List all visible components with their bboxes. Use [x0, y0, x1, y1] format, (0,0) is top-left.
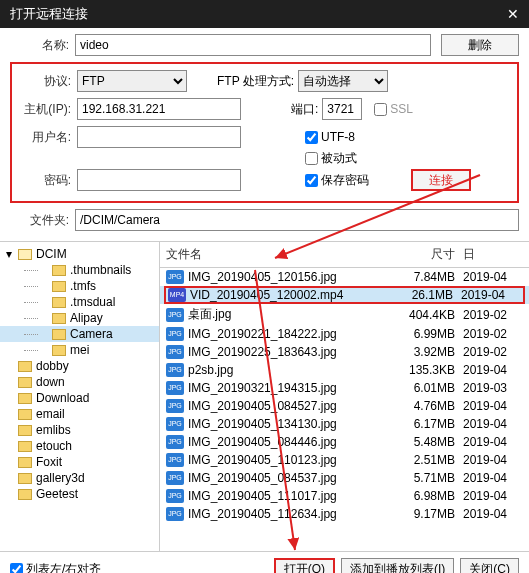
file-row[interactable]: MP4VID_20190405_120002.mp426.1MB2019-04	[160, 286, 529, 304]
tree-item[interactable]: dobby	[0, 358, 159, 374]
file-name: IMG_20190405_110123.jpg	[188, 453, 337, 467]
jpg-icon: JPG	[166, 489, 184, 503]
name-input[interactable]	[75, 34, 431, 56]
file-date: 2019-03	[463, 381, 523, 395]
tree-item-label: .thumbnails	[70, 263, 131, 277]
file-size: 4.76MB	[393, 399, 463, 413]
mode-label: FTP 处理方式:	[217, 73, 294, 90]
file-row[interactable]: JPGIMG_20190221_184222.jpg6.99MB2019-02	[160, 325, 529, 343]
file-row[interactable]: JPGIMG_20190405_084446.jpg5.48MB2019-04	[160, 433, 529, 451]
connect-button[interactable]: 连接	[411, 169, 471, 191]
host-input[interactable]	[77, 98, 241, 120]
file-row[interactable]: JPGp2sb.jpg135.3KB2019-04	[160, 361, 529, 379]
file-row[interactable]: JPGIMG_20190405_134130.jpg6.17MB2019-04	[160, 415, 529, 433]
col-date-header[interactable]: 日	[463, 246, 523, 263]
file-name: VID_20190405_120002.mp4	[190, 288, 343, 302]
file-row[interactable]: JPGIMG_20190321_194315.jpg6.01MB2019-03	[160, 379, 529, 397]
file-date: 2019-04	[463, 489, 523, 503]
file-row[interactable]: JPGIMG_20190405_084527.jpg4.76MB2019-04	[160, 397, 529, 415]
close-button[interactable]: 关闭(C)	[460, 558, 519, 573]
file-list[interactable]: 文件名 尺寸 日 JPGIMG_20190405_120156.jpg7.84M…	[160, 242, 529, 551]
file-size: 6.98MB	[393, 489, 463, 503]
add-to-playlist-button[interactable]: 添加到播放列表(I)	[341, 558, 454, 573]
utf8-checkbox[interactable]	[305, 131, 318, 144]
file-row[interactable]: JPGIMG_20190405_110123.jpg2.51MB2019-04	[160, 451, 529, 469]
tree-item[interactable]: .thumbnails	[0, 262, 159, 278]
tree-item[interactable]: Geetest	[0, 486, 159, 502]
close-icon[interactable]: ✕	[507, 6, 519, 22]
file-row[interactable]: JPGIMG_20190405_084537.jpg5.71MB2019-04	[160, 469, 529, 487]
port-input[interactable]	[322, 98, 362, 120]
tree-item[interactable]: emlibs	[0, 422, 159, 438]
user-input[interactable]	[77, 126, 241, 148]
file-name: IMG_20190405_134130.jpg	[188, 417, 337, 431]
savepw-checkbox[interactable]	[305, 174, 318, 187]
tree-item-label: email	[36, 407, 65, 421]
tree-item[interactable]: ▾DCIM	[0, 246, 159, 262]
protocol-select[interactable]: FTP	[77, 70, 187, 92]
folder-icon	[18, 249, 32, 260]
pass-input[interactable]	[77, 169, 241, 191]
mode-select[interactable]: 自动选择	[298, 70, 388, 92]
file-date: 2019-04	[463, 471, 523, 485]
file-name: IMG_20190321_194315.jpg	[188, 381, 337, 395]
delete-button[interactable]: 删除	[441, 34, 519, 56]
jpg-icon: JPG	[166, 270, 184, 284]
file-name: IMG_20190405_084537.jpg	[188, 471, 337, 485]
file-row[interactable]: JPGIMG_20190405_120156.jpg7.84MB2019-04	[160, 268, 529, 286]
folder-icon	[52, 281, 66, 292]
open-button[interactable]: 打开(O)	[274, 558, 335, 573]
file-date: 2019-04	[463, 507, 523, 521]
folder-icon	[52, 313, 66, 324]
tree-item-label: mei	[70, 343, 89, 357]
file-name: IMG_20190405_112634.jpg	[188, 507, 337, 521]
file-size: 6.01MB	[393, 381, 463, 395]
file-row[interactable]: JPG桌面.jpg404.4KB2019-02	[160, 304, 529, 325]
file-row[interactable]: JPGIMG_20190405_111017.jpg6.98MB2019-04	[160, 487, 529, 505]
passive-checkbox[interactable]	[305, 152, 318, 165]
file-row[interactable]: JPGIMG_20190225_183643.jpg3.92MB2019-02	[160, 343, 529, 361]
name-label: 名称:	[10, 37, 75, 54]
file-date: 2019-02	[463, 308, 523, 322]
file-date: 2019-04	[461, 288, 521, 302]
tree-item-label: DCIM	[36, 247, 67, 261]
file-date: 2019-02	[463, 345, 523, 359]
folder-tree[interactable]: ▾DCIM.thumbnails.tmfs.tmsdualAlipayCamer…	[0, 242, 160, 551]
ssl-label: SSL	[390, 102, 413, 116]
tree-item-label: dobby	[36, 359, 69, 373]
folder-label: 文件夹:	[10, 212, 75, 229]
tree-item[interactable]: etouch	[0, 438, 159, 454]
col-size-header[interactable]: 尺寸	[393, 246, 463, 263]
file-name: IMG_20190221_184222.jpg	[188, 327, 337, 341]
file-size: 9.17MB	[393, 507, 463, 521]
file-name: IMG_20190405_084446.jpg	[188, 435, 337, 449]
file-row[interactable]: JPGIMG_20190405_112634.jpg9.17MB2019-04	[160, 505, 529, 523]
file-date: 2019-04	[463, 399, 523, 413]
tree-item-label: Geetest	[36, 487, 78, 501]
tree-item[interactable]: Foxit	[0, 454, 159, 470]
tree-item[interactable]: down	[0, 374, 159, 390]
file-date: 2019-04	[463, 363, 523, 377]
tree-item[interactable]: .tmfs	[0, 278, 159, 294]
folder-icon	[52, 297, 66, 308]
file-date: 2019-04	[463, 435, 523, 449]
tree-item[interactable]: mei	[0, 342, 159, 358]
mp4-icon: MP4	[168, 288, 186, 302]
align-checkbox[interactable]	[10, 563, 23, 573]
folder-icon	[52, 329, 66, 340]
col-name-header[interactable]: 文件名	[166, 246, 393, 263]
tree-item[interactable]: .tmsdual	[0, 294, 159, 310]
file-list-header: 文件名 尺寸 日	[160, 242, 529, 268]
ssl-checkbox[interactable]	[374, 103, 387, 116]
file-size: 404.4KB	[393, 308, 463, 322]
folder-icon	[18, 409, 32, 420]
highlighted-file: MP4VID_20190405_120002.mp426.1MB2019-04	[164, 286, 525, 304]
folder-input[interactable]	[75, 209, 519, 231]
tree-item[interactable]: Download	[0, 390, 159, 406]
tree-item[interactable]: gallery3d	[0, 470, 159, 486]
file-name: IMG_20190405_111017.jpg	[188, 489, 337, 503]
tree-item[interactable]: Camera	[0, 326, 159, 342]
folder-icon	[18, 377, 32, 388]
tree-item[interactable]: email	[0, 406, 159, 422]
tree-item[interactable]: Alipay	[0, 310, 159, 326]
